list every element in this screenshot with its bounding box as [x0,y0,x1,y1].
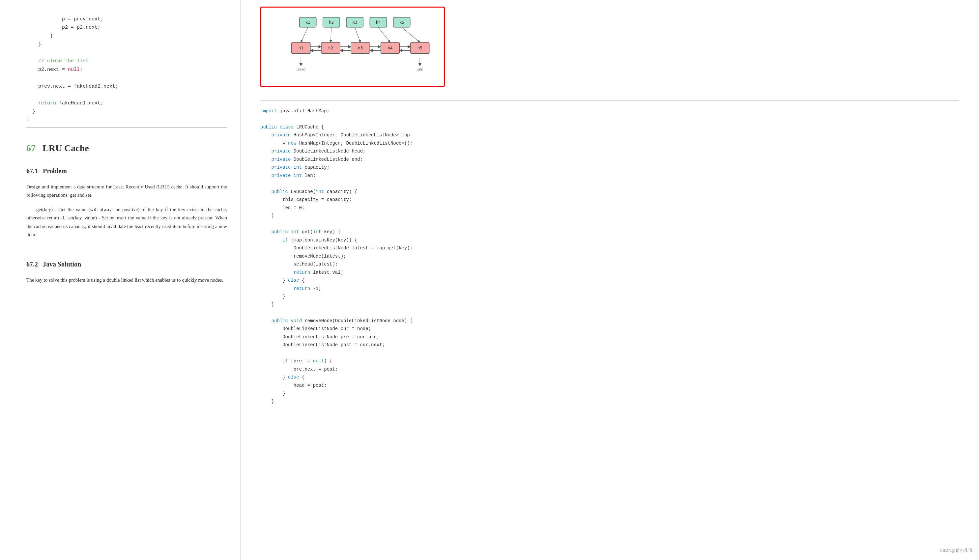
sub2-title: Java Solution [43,260,81,268]
svg-text:Head: Head [296,67,305,72]
svg-text:n4: n4 [388,46,393,50]
page-container: p = prev.next; p2 = p2.next; } } // clos… [0,0,979,560]
right-code-block: import java.util.HashMap; public class L… [260,107,959,406]
section-number: 67 [27,143,36,153]
svg-text:n1: n1 [299,46,304,50]
code-top: p = prev.next; p2 = p2.next; } } // clos… [27,7,227,124]
svg-text:n2: n2 [328,46,333,50]
sub1-number: 67.1 [27,167,38,175]
svg-text:k5: k5 [399,20,404,25]
watermark: CSDN@题小凡僧 [940,547,972,554]
svg-text:k1: k1 [305,20,310,25]
subsection-problem-title: 67.1 Problem [27,166,227,176]
section-title-text: LRU Cache [43,143,89,153]
diagram-container: k1 k2 k3 k4 k5 n1 n2 [260,7,445,87]
section-title: 67 LRU Cache [27,141,227,156]
svg-text:n3: n3 [358,46,363,50]
svg-text:End: End [417,67,424,72]
solution-p1: The key to solve this problem is using a… [27,276,227,285]
svg-text:n5: n5 [417,46,422,50]
svg-line-21 [331,27,332,42]
svg-text:k2: k2 [329,20,334,25]
problem-p2: get(key) - Get the value (will always be… [27,205,227,239]
problem-p1: Design and implement a data structure fo… [27,183,227,200]
svg-line-24 [402,27,420,42]
subsection-solution-title: 67.2 Java Solution [27,259,227,270]
diagram-svg: k1 k2 k3 k4 k5 n1 n2 [271,14,434,77]
svg-text:k3: k3 [352,20,357,25]
svg-line-20 [301,27,308,42]
svg-line-23 [378,27,390,42]
sub1-title: Problem [43,167,67,175]
right-panel: k1 k2 k3 k4 k5 n1 n2 [240,0,979,560]
divider-top [27,127,227,128]
left-panel: p = prev.next; p2 = p2.next; } } // clos… [0,0,240,560]
divider-right [260,100,959,100]
svg-line-22 [355,27,360,42]
sub2-number: 67.2 [27,260,38,268]
svg-text:k4: k4 [376,20,380,25]
